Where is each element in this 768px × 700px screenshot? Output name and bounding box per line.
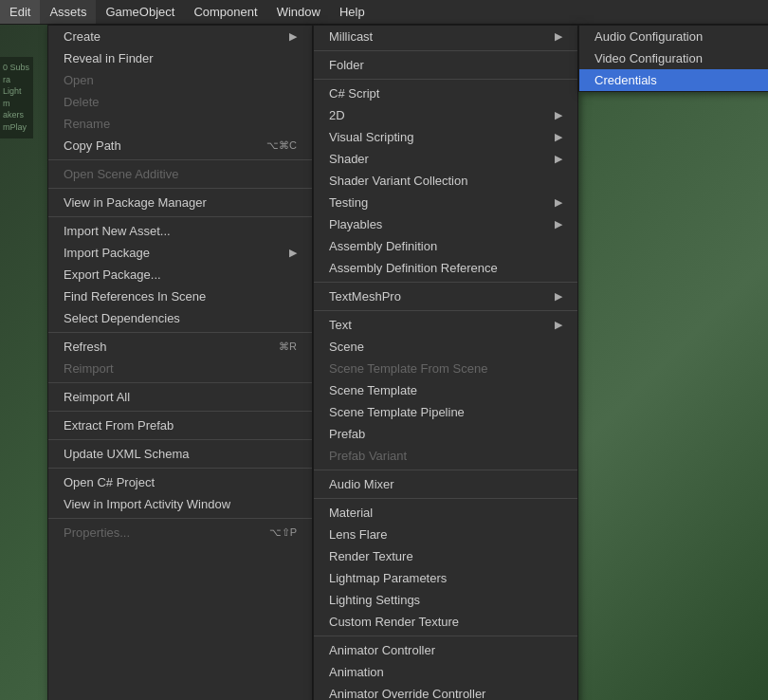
create-scene-template-from-scene: Scene Template From Scene xyxy=(314,358,577,379)
video-configuration-label: Video Configuration xyxy=(594,51,703,65)
create-csharp[interactable]: C# Script xyxy=(314,83,577,104)
create-lens-flare[interactable]: Lens Flare xyxy=(314,524,577,545)
assets-import-package[interactable]: Import Package ▶ xyxy=(48,242,312,264)
create-shader[interactable]: Shader ▶ xyxy=(314,148,577,170)
reveal-finder-label: Reveal in Finder xyxy=(64,51,154,65)
audio-mixer-label: Audio Mixer xyxy=(329,477,394,491)
menu-component[interactable]: Component xyxy=(184,0,266,24)
assets-create[interactable]: Create ▶ xyxy=(48,26,312,47)
create-animator-override-controller[interactable]: Animator Override Controller xyxy=(314,683,577,700)
lens-flare-label: Lens Flare xyxy=(329,527,387,542)
create-text[interactable]: Text ▶ xyxy=(314,314,577,336)
shader-arrow-icon: ▶ xyxy=(555,153,562,165)
assets-view-package-manager[interactable]: View in Package Manager xyxy=(48,192,312,213)
create-testing[interactable]: Testing ▶ xyxy=(314,192,577,213)
open-label: Open xyxy=(64,73,94,87)
separator-2 xyxy=(48,188,312,189)
assets-view-import-activity[interactable]: View in Import Activity Window xyxy=(48,493,312,515)
separator-9 xyxy=(48,518,312,519)
assets-select-dependencies[interactable]: Select Dependencies xyxy=(48,307,312,329)
shader-variant-collection-label: Shader Variant Collection xyxy=(329,174,467,188)
assets-delete: Delete xyxy=(48,91,312,113)
assets-find-references[interactable]: Find References In Scene xyxy=(48,286,312,307)
create-scene-template[interactable]: Scene Template xyxy=(314,379,577,401)
create-shader-variant-collection[interactable]: Shader Variant Collection xyxy=(314,170,577,192)
assets-dropdown: Create ▶ Reveal in Finder Open Delete Re… xyxy=(47,25,313,700)
prefab-label: Prefab xyxy=(329,427,365,441)
create-sep-7 xyxy=(314,636,577,636)
millicast-credentials[interactable]: Credentials xyxy=(579,69,768,91)
millicast-video-configuration[interactable]: Video Configuration xyxy=(579,47,768,69)
update-uxml-label: Update UXML Schema xyxy=(64,447,189,461)
create-animator-controller[interactable]: Animator Controller xyxy=(314,639,577,661)
assets-refresh[interactable]: Refresh ⌘R xyxy=(48,336,312,358)
create-lightmap-parameters[interactable]: Lightmap Parameters xyxy=(314,567,577,589)
create-material[interactable]: Material xyxy=(314,502,577,524)
create-sep-4 xyxy=(314,310,577,311)
create-playables[interactable]: Playables ▶ xyxy=(314,213,577,235)
create-audio-mixer[interactable]: Audio Mixer xyxy=(314,473,577,495)
create-millicast[interactable]: Millicast ▶ xyxy=(314,26,577,47)
separator-8 xyxy=(48,468,312,469)
refresh-label: Refresh xyxy=(64,340,107,354)
assets-reveal-finder[interactable]: Reveal in Finder xyxy=(48,47,312,69)
millicast-label: Millicast xyxy=(329,29,373,44)
menu-gameobject[interactable]: GameObject xyxy=(96,0,184,24)
assets-export-package[interactable]: Export Package... xyxy=(48,264,312,286)
separator-3 xyxy=(48,216,312,217)
millicast-audio-configuration[interactable]: Audio Configuration xyxy=(579,26,768,47)
create-sep-1 xyxy=(314,50,577,51)
import-new-asset-label: Import New Asset... xyxy=(64,224,171,238)
create-custom-render-texture[interactable]: Custom Render Texture xyxy=(314,611,577,633)
sidebar-text: 0 Subs ra Light m akers mPlay xyxy=(3,63,29,132)
millicast-dropdown: Audio Configuration Video Configuration … xyxy=(578,25,768,92)
create-scene-template-pipeline[interactable]: Scene Template Pipeline xyxy=(314,401,577,423)
create-assembly-definition[interactable]: Assembly Definition xyxy=(314,235,577,257)
assets-reimport: Reimport xyxy=(48,358,312,379)
assets-update-uxml[interactable]: Update UXML Schema xyxy=(48,443,312,465)
assets-extract-from-prefab[interactable]: Extract From Prefab xyxy=(48,414,312,436)
menu-window[interactable]: Window xyxy=(267,0,330,24)
menu-help[interactable]: Help xyxy=(330,0,375,24)
create-lighting-settings[interactable]: Lighting Settings xyxy=(314,589,577,611)
2d-arrow-icon: ▶ xyxy=(555,109,562,121)
import-package-arrow-icon: ▶ xyxy=(289,247,297,259)
create-sep-5 xyxy=(314,470,577,470)
create-dropdown: Millicast ▶ Folder C# Script 2D ▶ Visual… xyxy=(313,25,578,700)
create-folder[interactable]: Folder xyxy=(314,54,577,76)
sidebar-panel: 0 Subs ra Light m akers mPlay xyxy=(0,57,33,138)
menu-edit[interactable]: Edit xyxy=(0,0,40,24)
assets-open-scene-additive: Open Scene Additive xyxy=(48,163,312,185)
text-arrow-icon: ▶ xyxy=(555,319,562,331)
rename-label: Rename xyxy=(64,117,110,131)
assets-open-csharp[interactable]: Open C# Project xyxy=(48,471,312,493)
reimport-all-label: Reimport All xyxy=(64,390,130,404)
visual-scripting-label: Visual Scripting xyxy=(329,130,413,144)
lightmap-parameters-label: Lightmap Parameters xyxy=(329,571,447,585)
create-scene[interactable]: Scene xyxy=(314,336,577,358)
textmeshpro-arrow-icon: ▶ xyxy=(555,290,562,303)
assets-import-new-asset[interactable]: Import New Asset... xyxy=(48,220,312,242)
create-textmeshpro[interactable]: TextMeshPro ▶ xyxy=(314,286,577,307)
assets-rename: Rename xyxy=(48,113,312,135)
csharp-label: C# Script xyxy=(329,86,379,101)
prefab-variant-label: Prefab Variant xyxy=(329,449,407,463)
folder-label: Folder xyxy=(329,58,364,72)
create-visual-scripting[interactable]: Visual Scripting ▶ xyxy=(314,126,577,148)
assets-copy-path[interactable]: Copy Path ⌥⌘C xyxy=(48,135,312,157)
refresh-shortcut: ⌘R xyxy=(279,341,297,353)
menu-assets[interactable]: Assets xyxy=(40,0,96,24)
create-prefab[interactable]: Prefab xyxy=(314,423,577,445)
create-2d[interactable]: 2D ▶ xyxy=(314,104,577,126)
create-render-texture[interactable]: Render Texture xyxy=(314,545,577,567)
animation-label: Animation xyxy=(329,665,384,679)
assets-properties: Properties... ⌥⇧P xyxy=(48,522,312,543)
visual-scripting-arrow-icon: ▶ xyxy=(555,131,562,143)
playables-label: Playables xyxy=(329,217,382,231)
create-assembly-definition-reference[interactable]: Assembly Definition Reference xyxy=(314,257,577,279)
audio-configuration-label: Audio Configuration xyxy=(594,29,703,44)
assets-reimport-all[interactable]: Reimport All xyxy=(48,386,312,408)
shader-label: Shader xyxy=(329,152,369,166)
create-sep-6 xyxy=(314,498,577,499)
create-animation[interactable]: Animation xyxy=(314,661,577,683)
